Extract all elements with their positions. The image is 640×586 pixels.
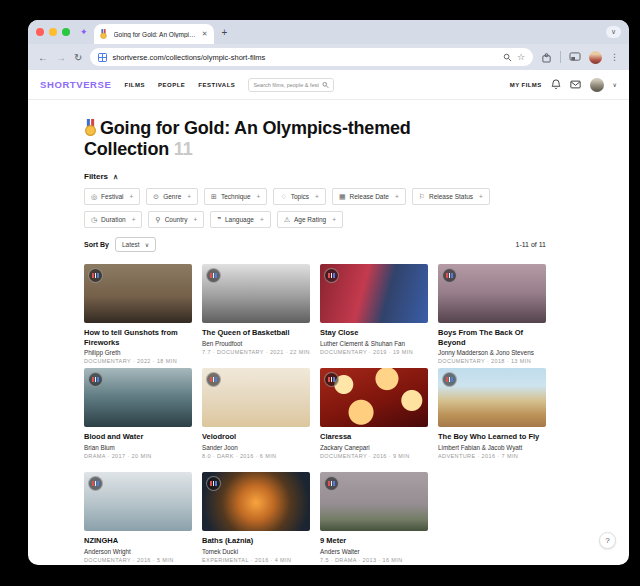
film-title[interactable]: Claressa (320, 432, 428, 441)
sort-select[interactable]: Latest ∨ (115, 237, 156, 252)
film-title[interactable]: How to tell Gunshots from Fireworks (84, 328, 192, 347)
account-chevron-down-icon[interactable]: ∨ (613, 81, 617, 88)
film-thumbnail[interactable] (438, 264, 546, 323)
filter-chip[interactable]: ⚠ Age Rating + (277, 211, 343, 228)
tab-overflow-chevron-icon[interactable]: ∨ (606, 26, 621, 38)
film-card[interactable]: The Boy Who Learned to Fly Limbert Fabia… (438, 368, 546, 472)
film-director[interactable]: Luther Clement & Shuhan Fan (320, 340, 428, 347)
back-button[interactable]: ← (38, 52, 48, 63)
film-director[interactable]: Limbert Fabian & Jacob Wyatt (438, 444, 546, 451)
film-thumbnail[interactable] (84, 368, 192, 427)
filter-chip-label: Country (165, 216, 188, 223)
film-card[interactable]: Blood and Water Brian Blum DRAMA · 2017 … (84, 368, 192, 472)
film-title[interactable]: Velodrool (202, 432, 310, 441)
film-thumbnail[interactable] (438, 368, 546, 427)
filter-chip[interactable]: ◎ Festival + (84, 188, 140, 205)
film-title[interactable]: Stay Close (320, 328, 428, 337)
filter-chip[interactable]: ⚐ Release Status + (412, 188, 490, 205)
film-thumbnail[interactable] (202, 264, 310, 323)
collection-film-count: 11 (174, 139, 193, 159)
forward-button[interactable]: → (56, 52, 66, 63)
browser-profile-avatar[interactable] (589, 51, 602, 64)
notifications-bell-icon[interactable] (551, 79, 561, 90)
film-director[interactable]: Zackary Canepari (320, 444, 428, 451)
tab-close-icon[interactable]: ✕ (202, 30, 208, 38)
messages-envelope-icon[interactable] (570, 80, 581, 89)
film-thumbnail[interactable] (84, 264, 192, 323)
nav-films[interactable]: FILMS (124, 82, 145, 88)
filter-chip[interactable]: ♢ Topics + (273, 188, 326, 205)
film-director[interactable]: Sander Joon (202, 444, 310, 451)
search-input[interactable] (253, 82, 319, 88)
laurel-badge-icon (206, 372, 221, 387)
film-title[interactable]: Boys From The Back Of Beyond (438, 328, 546, 347)
filter-chip[interactable]: ⊙ Genre + (146, 188, 198, 205)
browser-tab[interactable]: Going for Gold: An Olympics-themed Colle… (94, 24, 214, 44)
film-thumbnail[interactable] (320, 472, 428, 531)
filter-chip[interactable]: ▦ Release Date + (332, 188, 406, 205)
collection-page: Going for Gold: An Olympics-themed Colle… (28, 100, 629, 565)
film-meta: 7.7 · DOCUMENTARY · 2021 · 22 MIN (202, 349, 310, 355)
film-thumbnail[interactable] (202, 368, 310, 427)
film-card[interactable]: Baths (Łaźnia) Tomek Ducki EXPERIMENTAL … (202, 472, 310, 565)
url-text[interactable]: shortverse.com/collections/olympic-short… (112, 53, 498, 62)
film-thumbnail[interactable] (320, 368, 428, 427)
nav-festivals[interactable]: FESTIVALS (198, 82, 235, 88)
extensions-puzzle-icon[interactable] (541, 52, 552, 63)
my-films-link[interactable]: MY FILMS (510, 82, 542, 88)
film-director[interactable]: Jonny Madderson & Jono Stevens (438, 349, 546, 356)
film-director[interactable]: Brian Blum (84, 444, 192, 451)
film-title[interactable]: Baths (Łaźnia) (202, 536, 310, 545)
film-card[interactable]: Boys From The Back Of Beyond Jonny Madde… (438, 264, 546, 368)
film-card[interactable]: Claressa Zackary Canepari DOCUMENTARY · … (320, 368, 428, 472)
film-thumbnail[interactable] (202, 472, 310, 531)
filter-chip-label: Genre (163, 193, 181, 200)
film-meta: 8.0 · DARK · 2016 · 6 MIN (202, 453, 310, 459)
film-card[interactable]: NZINGHA Anderson Wright DOCUMENTARY · 20… (84, 472, 192, 565)
location-pin-icon: ⚲ (155, 216, 160, 223)
film-thumbnail[interactable] (84, 472, 192, 531)
laurel-badge-icon (324, 372, 339, 387)
address-bar[interactable]: shortverse.com/collections/olympic-short… (90, 48, 533, 66)
help-button[interactable]: ? (599, 532, 616, 549)
site-search[interactable] (248, 78, 334, 92)
nav-people[interactable]: PEOPLE (158, 82, 185, 88)
browser-menu-icon[interactable]: ⋮ (610, 52, 619, 62)
film-card[interactable]: Stay Close Luther Clement & Shuhan Fan D… (320, 264, 428, 368)
film-card[interactable]: How to tell Gunshots from Fireworks Phil… (84, 264, 192, 368)
filter-chip[interactable]: ⚲ Country + (148, 211, 204, 228)
close-window-button[interactable] (36, 28, 44, 36)
filter-chip[interactable]: ⊞ Technique + (204, 188, 267, 205)
film-director[interactable]: Anderson Wright (84, 548, 192, 555)
laurel-badge-icon (206, 476, 221, 491)
film-director[interactable]: Tomek Ducki (202, 548, 310, 555)
shortverse-logo[interactable]: SHORTVERSE (40, 79, 111, 90)
filter-chip[interactable]: ◷ Duration + (84, 211, 142, 228)
film-card[interactable]: 9 Meter Anders Walter 7.5 · DRAMA · 2013… (320, 472, 428, 565)
film-card[interactable]: Velodrool Sander Joon 8.0 · DARK · 2016 … (202, 368, 310, 472)
cast-icon[interactable] (569, 52, 581, 62)
sort-selected-value: Latest (122, 241, 140, 248)
filter-chip[interactable]: ❞ Language + (210, 211, 271, 228)
film-title[interactable]: The Boy Who Learned to Fly (438, 432, 546, 441)
bookmark-star-icon[interactable]: ☆ (517, 52, 525, 62)
film-title[interactable]: 9 Meter (320, 536, 428, 545)
filters-toggle[interactable]: Filters ∧ (84, 172, 629, 181)
page-title: Going for Gold: An Olympics-themed Colle… (84, 118, 476, 159)
maximize-window-button[interactable] (62, 28, 70, 36)
film-card[interactable]: The Queen of Basketball Ben Proudfoot 7.… (202, 264, 310, 368)
minimize-window-button[interactable] (49, 28, 57, 36)
zoom-icon[interactable] (503, 53, 512, 62)
reload-button[interactable]: ↻ (74, 52, 82, 63)
film-title[interactable]: Blood and Water (84, 432, 192, 441)
film-director[interactable]: Anders Walter (320, 548, 428, 555)
filter-chip-label: Age Rating (294, 216, 326, 223)
film-director[interactable]: Philipp Greth (84, 349, 192, 356)
film-title[interactable]: NZINGHA (84, 536, 192, 545)
film-thumbnail[interactable] (320, 264, 428, 323)
film-title[interactable]: The Queen of Basketball (202, 328, 310, 337)
new-tab-button[interactable]: + (222, 27, 228, 38)
film-meta: 7.5 · DRAMA · 2013 · 16 MIN (320, 557, 428, 563)
user-avatar[interactable] (590, 78, 604, 92)
film-director[interactable]: Ben Proudfoot (202, 340, 310, 347)
